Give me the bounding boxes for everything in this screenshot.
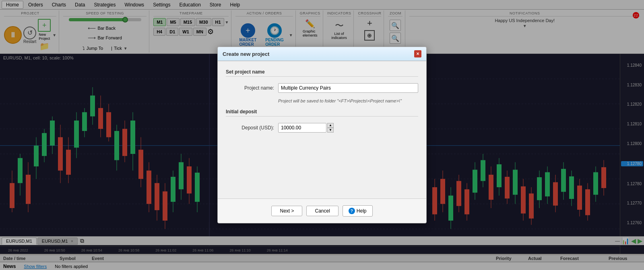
- modal-header: Create new project ×: [218, 47, 426, 61]
- help-button[interactable]: ? Help: [343, 205, 373, 217]
- deposit-input-wrap: ▲ ▼: [278, 123, 334, 133]
- next-button[interactable]: Next >: [271, 206, 302, 216]
- modal-section2: Initial deposit Deposit (USD): ▲ ▼: [226, 109, 418, 133]
- deposit-input[interactable]: [278, 123, 326, 133]
- modal-overlay: Create new project × Set project name Pr…: [0, 0, 644, 270]
- modal-section1-title: Set project name: [226, 69, 418, 77]
- modal-close-button[interactable]: ×: [414, 50, 421, 57]
- modal-section2-title: Initial deposit: [226, 109, 418, 117]
- help-label: Help: [357, 208, 367, 214]
- create-project-modal: Create new project × Set project name Pr…: [217, 47, 427, 223]
- project-name-label: Project name:: [226, 85, 274, 91]
- deposit-spinners: ▲ ▼: [327, 123, 334, 133]
- help-icon: ?: [349, 208, 355, 214]
- deposit-label: Deposit (USD):: [226, 125, 274, 131]
- save-folder-info: Project will be saved to folder "<FT>\Pr…: [278, 98, 418, 103]
- project-name-input[interactable]: [278, 83, 418, 93]
- modal-footer: Next > Cancel ? Help: [218, 198, 426, 223]
- modal-body: Set project name Project name: Project w…: [218, 61, 426, 198]
- cancel-button[interactable]: Cancel: [306, 206, 338, 216]
- deposit-field: Deposit (USD): ▲ ▼: [226, 123, 418, 133]
- deposit-up-button[interactable]: ▲: [327, 123, 334, 128]
- project-name-field: Project name:: [226, 83, 418, 93]
- modal-title: Create new project: [223, 51, 269, 57]
- deposit-down-button[interactable]: ▼: [327, 128, 334, 133]
